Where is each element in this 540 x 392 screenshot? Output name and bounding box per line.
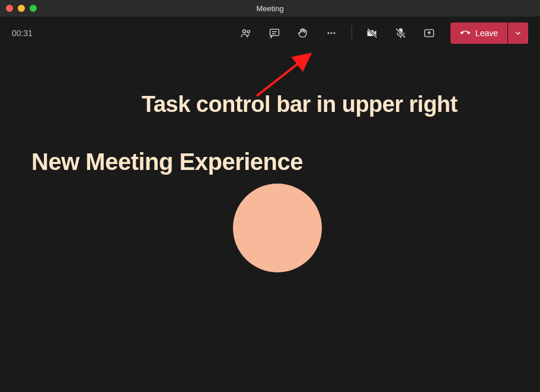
leave-button-group: Leave [450, 23, 528, 44]
svg-point-5 [327, 32, 329, 34]
window-title: Meeting [256, 4, 283, 13]
annotation-text-2: New Meeting Experience [31, 149, 303, 175]
hangup-icon [460, 28, 471, 38]
window-controls [0, 5, 37, 12]
annotation-text-1: Task control bar in upper right [142, 92, 458, 117]
meeting-controls: Leave [233, 23, 528, 44]
meeting-timer: 00:31 [12, 28, 33, 38]
toolbar-separator [352, 25, 352, 41]
chat-icon [269, 27, 280, 39]
meeting-toolbar: 00:31 [0, 17, 540, 49]
chat-button[interactable] [261, 23, 287, 44]
share-screen-icon [423, 27, 435, 39]
svg-point-7 [333, 32, 335, 34]
close-window-button[interactable] [6, 5, 13, 12]
svg-point-0 [242, 30, 245, 33]
participant-avatar [233, 184, 322, 272]
camera-off-icon [366, 27, 378, 39]
svg-point-6 [330, 32, 332, 34]
camera-toggle-button[interactable] [359, 23, 385, 44]
leave-button[interactable]: Leave [450, 23, 507, 44]
raise-hand-button[interactable] [290, 23, 316, 44]
chevron-down-icon [514, 29, 522, 37]
people-button[interactable] [233, 23, 259, 44]
mic-toggle-button[interactable] [388, 23, 414, 44]
raise-hand-icon [297, 27, 309, 39]
more-icon [325, 27, 337, 39]
mic-off-icon [395, 27, 407, 39]
leave-button-label: Leave [475, 28, 498, 38]
svg-point-1 [247, 30, 250, 33]
maximize-window-button[interactable] [30, 5, 37, 12]
people-icon [240, 27, 252, 39]
minimize-window-button[interactable] [18, 5, 25, 12]
share-screen-button[interactable] [416, 23, 442, 44]
svg-rect-2 [270, 29, 279, 36]
more-actions-button[interactable] [318, 23, 344, 44]
leave-options-button[interactable] [508, 23, 528, 44]
titlebar: Meeting [0, 0, 540, 17]
